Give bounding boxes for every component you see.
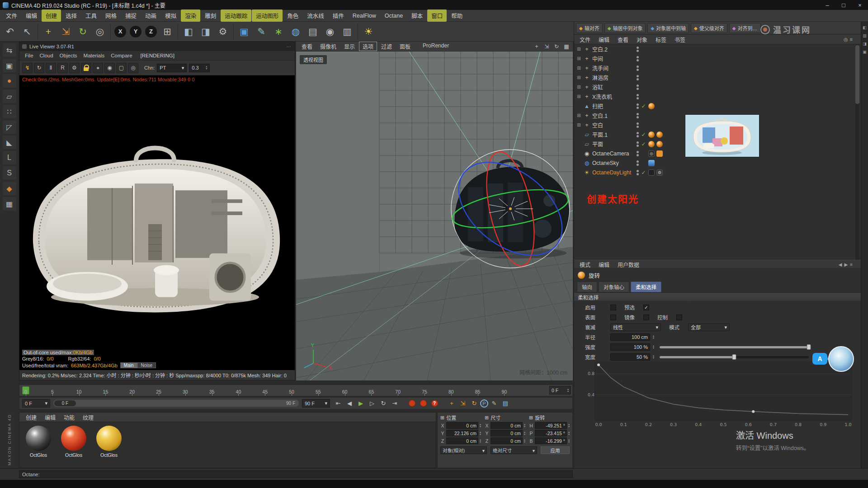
- object-row[interactable]: ⊞+洗手间: [574, 63, 854, 73]
- object-row[interactable]: ⊞+X洗衣机: [574, 92, 854, 101]
- om-menu-icon[interactable]: ≡: [850, 37, 853, 42]
- floor-icon[interactable]: ▤: [305, 23, 321, 40]
- autokey-button[interactable]: [418, 399, 429, 408]
- make-editable-icon[interactable]: ⇆: [3, 43, 16, 57]
- layout-tab-3-icon[interactable]: ◨: [863, 42, 867, 46]
- menubar-item[interactable]: 运动图形: [252, 9, 283, 22]
- zoom-view-icon[interactable]: ⇲: [542, 42, 551, 51]
- render-picture-viewer-icon[interactable]: ◨: [198, 23, 214, 40]
- stepper-icon[interactable]: ▴▾: [567, 388, 569, 393]
- falloff-select[interactable]: 线性▾: [610, 324, 661, 331]
- visibility-dots[interactable]: [637, 132, 639, 137]
- render-visibility-dot[interactable]: [637, 78, 639, 80]
- coordinate-input[interactable]: 0 cm: [491, 430, 523, 436]
- strength-field[interactable]: 100 %: [610, 343, 650, 351]
- layout-tab-1-icon[interactable]: ◧: [863, 25, 867, 30]
- snap-icon[interactable]: ▦: [3, 197, 16, 211]
- mat-tag-icon[interactable]: [656, 141, 663, 147]
- render-visibility-dot[interactable]: [637, 69, 639, 71]
- render-visibility-dot[interactable]: [637, 116, 639, 118]
- render-visibility-dot[interactable]: [637, 173, 639, 175]
- stepper-icon[interactable]: ▴▾: [524, 423, 525, 428]
- strength-slider[interactable]: [660, 346, 809, 348]
- menubar-item[interactable]: 工具: [81, 9, 101, 22]
- lv-lock-icon[interactable]: [81, 63, 91, 73]
- width-field[interactable]: 50 %: [610, 353, 650, 361]
- lv-menu-item[interactable]: File: [22, 52, 36, 59]
- goto-end-button[interactable]: ⇥: [389, 399, 400, 408]
- visibility-dots[interactable]: [637, 103, 639, 109]
- preselect-checkbox[interactable]: ✓: [643, 305, 649, 310]
- lv-live-icon[interactable]: ↯: [22, 63, 33, 73]
- spline-pen-icon[interactable]: ✎: [253, 23, 269, 40]
- stepper-icon[interactable]: ▴▾: [568, 439, 570, 443]
- expand-toggle[interactable]: ⊞: [576, 46, 582, 52]
- soft-selection-section-header[interactable]: 柔和选择: [574, 293, 861, 301]
- object-manager-menu-item[interactable]: 标签: [652, 35, 670, 44]
- object-manager-scrollbar[interactable]: [855, 44, 859, 260]
- attribute-menu-item[interactable]: 编辑: [595, 260, 613, 269]
- viewport-menu-item[interactable]: 摄像机: [316, 42, 340, 51]
- attr-forward-icon[interactable]: ▶: [844, 262, 848, 267]
- menubar-item[interactable]: Octane: [381, 11, 407, 21]
- object-row[interactable]: ▲扫把✓: [574, 101, 854, 111]
- coordinate-input[interactable]: 0 cm: [446, 422, 478, 429]
- record-keyframe-button[interactable]: [406, 399, 417, 408]
- editor-visibility-dot[interactable]: [637, 141, 639, 144]
- next-frame-button[interactable]: ▷: [367, 399, 377, 408]
- mat-tag-icon[interactable]: [648, 141, 655, 147]
- menubar-item[interactable]: 帮助: [447, 9, 467, 22]
- visibility-dots[interactable]: [637, 113, 639, 118]
- object-row[interactable]: ⊞+空白.2: [574, 44, 854, 54]
- play-button[interactable]: ▶: [355, 399, 366, 408]
- lv-pick-material-icon[interactable]: ◉: [104, 63, 115, 73]
- material-menu-item[interactable]: 创建: [22, 413, 40, 422]
- coordinate-system-icon[interactable]: ⊞: [159, 23, 175, 40]
- mode-select[interactable]: 全部▾: [688, 324, 730, 331]
- menubar-item[interactable]: 雕刻: [201, 9, 220, 22]
- stepper-icon[interactable]: ▴▾: [524, 439, 525, 443]
- display-tag-icon[interactable]: ◎: [648, 150, 655, 157]
- lv-refresh-icon[interactable]: ↻: [34, 63, 44, 73]
- assistant-bubble[interactable]: A: [812, 353, 827, 365]
- lv-menu-item[interactable]: Materials: [81, 52, 108, 59]
- menubar-item[interactable]: RealFlow: [349, 11, 380, 21]
- coordinate-input[interactable]: 0 cm: [446, 437, 478, 444]
- range-start-chip[interactable]: 0 F: [54, 400, 76, 406]
- render-visibility-dot[interactable]: [637, 154, 639, 156]
- model-mode-icon[interactable]: ▣: [3, 59, 16, 72]
- y-axis-lock-button[interactable]: Y: [130, 26, 142, 38]
- end-frame-field[interactable]: 90 F▾: [302, 399, 330, 408]
- z-axis-lock-button[interactable]: Z: [145, 26, 157, 38]
- lv-menu-item[interactable]: Compare: [108, 52, 135, 59]
- object-manager-menu-item[interactable]: 对象: [633, 35, 651, 44]
- mat-tag-icon[interactable]: [648, 131, 655, 138]
- attributes-tab[interactable]: 对象轴心: [599, 282, 629, 292]
- editor-visibility-dot[interactable]: [637, 66, 639, 68]
- axis-mode-icon[interactable]: L: [3, 151, 16, 164]
- timeline-ruler[interactable]: 0 F▴▾ 0510152025303540455055606570758085…: [19, 385, 573, 396]
- coordinate-input[interactable]: -23.415 °: [535, 430, 567, 436]
- key-rotation-toggle[interactable]: ↻: [469, 399, 480, 408]
- mirror-checkbox[interactable]: [643, 314, 649, 320]
- x-axis-lock-button[interactable]: X: [114, 26, 126, 38]
- visibility-dots[interactable]: [637, 170, 639, 175]
- minimize-button[interactable]: –: [819, 0, 835, 10]
- viewport-menu-item[interactable]: 选项: [359, 42, 377, 51]
- coordinate-input[interactable]: 0 cm: [491, 422, 523, 429]
- sky-tag-icon[interactable]: [648, 160, 655, 166]
- timeline-frame-field[interactable]: 0 F▴▾: [549, 386, 571, 394]
- layout-tab-4-icon[interactable]: ▣: [863, 50, 867, 54]
- menubar-item[interactable]: 窗口: [427, 9, 447, 22]
- editor-visibility-dot[interactable]: [637, 84, 639, 87]
- attribute-menu-item[interactable]: 模式: [576, 260, 594, 269]
- mat-tag-icon[interactable]: [656, 131, 663, 138]
- workplane-mode-icon[interactable]: ▱: [3, 89, 16, 103]
- viewport-menu-item[interactable]: 过滤: [377, 42, 396, 51]
- visibility-dots[interactable]: [637, 75, 639, 80]
- keyframe-selection-button[interactable]: ?: [429, 399, 440, 408]
- lv-display-tab[interactable]: Main: [120, 362, 137, 368]
- render-visibility-dot[interactable]: [637, 59, 639, 61]
- texture-mode-icon[interactable]: ●: [3, 74, 16, 88]
- close-button[interactable]: ×: [852, 0, 868, 10]
